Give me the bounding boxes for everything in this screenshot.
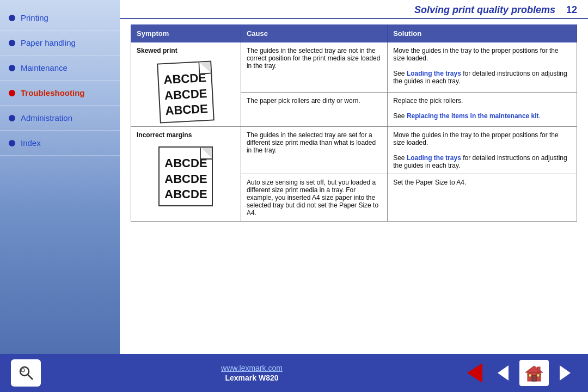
footer: www.lexmark.com Lexmark W820 <box>0 354 588 392</box>
sidebar: Printing Paper handling Maintenance Trou… <box>0 0 120 354</box>
search-icon <box>17 364 35 382</box>
col-symptom: Symptom <box>131 25 241 42</box>
table-container: Symptom Cause Solution Skewed print ABCD… <box>120 19 588 354</box>
solution-cell: Move the guides in the tray to the prope… <box>388 127 577 174</box>
svg-line-1 <box>28 375 33 379</box>
doc-text: ABCDEABCDEABCDE <box>164 156 207 203</box>
back-button[interactable] <box>463 361 487 385</box>
table-row: Incorrect margins ABCDEABCDEABCDE The gu… <box>131 127 577 174</box>
content-table: Symptom Cause Solution Skewed print ABCD… <box>131 24 577 222</box>
home-button[interactable] <box>519 360 549 386</box>
sidebar-item-paper-handling[interactable]: Paper handling <box>0 30 120 56</box>
footer-url[interactable]: www.lexmark.com <box>41 364 463 372</box>
loading-trays-link[interactable]: Loading the trays <box>407 70 461 77</box>
page-title: Solving print quality problems <box>414 4 555 16</box>
incorrect-margins-illustration: ABCDEABCDEABCDE <box>158 146 213 206</box>
solution-cell: Set the Paper Size to A4. <box>388 174 577 222</box>
symptom-label: Incorrect margins <box>137 131 192 139</box>
sidebar-item-label: Troubleshooting <box>21 88 85 97</box>
cause-cell: The guides in the selected tray are not … <box>241 42 387 93</box>
page-number: 12 <box>566 4 577 16</box>
svg-rect-8 <box>537 374 540 377</box>
dot-icon <box>9 15 15 21</box>
replacing-items-link[interactable]: Replacing the items in the maintenance k… <box>407 112 539 120</box>
loading-trays-link-2[interactable]: Loading the trays <box>407 154 461 162</box>
col-solution: Solution <box>388 25 577 42</box>
cause-cell: Auto size sensing is set off, but you lo… <box>241 174 387 222</box>
dot-icon <box>9 140 15 146</box>
svg-rect-6 <box>537 367 540 371</box>
svg-rect-5 <box>532 376 536 381</box>
sidebar-item-label: Administration <box>21 113 72 122</box>
page-header: Solving print quality problems 12 <box>120 0 588 19</box>
doc-text: ABCDEABCDEABCDE <box>163 70 209 119</box>
back-arrow-icon <box>467 363 482 383</box>
sidebar-item-label: Printing <box>21 13 48 22</box>
table-row: Skewed print ABCDEABCDEABCDE The guides … <box>131 42 577 93</box>
solution-cell: Move the guides in the tray to the prope… <box>388 42 577 93</box>
cause-cell: The guides in the selected tray are set … <box>241 127 387 174</box>
prev-arrow-icon <box>498 365 509 381</box>
sidebar-item-printing[interactable]: Printing <box>0 5 120 30</box>
skewed-print-illustration: ABCDEABCDEABCDE <box>157 60 215 123</box>
dot-icon <box>9 65 15 71</box>
footer-brand: Lexmark W820 <box>41 373 463 382</box>
content-area: Solving print quality problems 12 Sympto… <box>120 0 588 354</box>
footer-center: www.lexmark.com Lexmark W820 <box>41 364 463 382</box>
sidebar-item-troubleshooting[interactable]: Troubleshooting <box>0 81 120 106</box>
svg-rect-7 <box>529 374 531 377</box>
sidebar-item-label: Index <box>21 138 41 148</box>
dot-icon <box>9 115 15 121</box>
symptom-cell: Incorrect margins ABCDEABCDEABCDE <box>131 127 241 222</box>
cause-cell: The paper pick rollers are dirty or worn… <box>241 93 387 127</box>
footer-nav <box>463 360 577 386</box>
sidebar-item-administration[interactable]: Administration <box>0 106 120 131</box>
svg-point-2 <box>21 369 24 372</box>
home-icon <box>524 364 544 382</box>
solution-cell: Replace the pick rollers. See Replacing … <box>388 93 577 127</box>
prev-button[interactable] <box>491 361 515 385</box>
sidebar-item-index[interactable]: Index <box>0 131 120 156</box>
dot-icon <box>9 90 15 96</box>
symptom-label: Skewed print <box>137 47 177 54</box>
sidebar-item-label: Maintenance <box>21 63 68 72</box>
symptom-cell: Skewed print ABCDEABCDEABCDE <box>131 42 241 127</box>
search-button[interactable] <box>11 359 41 387</box>
next-arrow-icon <box>560 365 571 381</box>
dot-icon <box>9 40 15 46</box>
col-cause: Cause <box>241 25 387 42</box>
next-button[interactable] <box>553 361 577 385</box>
sidebar-item-maintenance[interactable]: Maintenance <box>0 56 120 81</box>
sidebar-item-label: Paper handling <box>21 38 76 47</box>
